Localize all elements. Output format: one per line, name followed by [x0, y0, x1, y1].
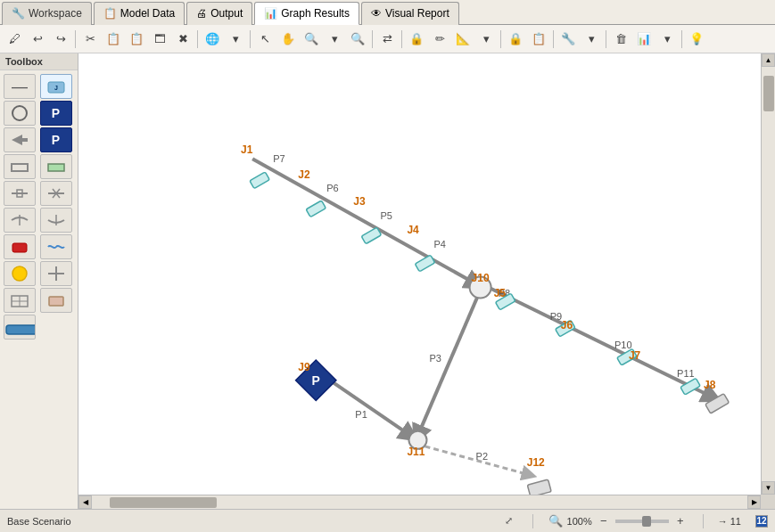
swap-button[interactable]: ⇄ [376, 29, 398, 50]
tool-wave[interactable] [40, 234, 72, 259]
tool-arrow[interactable] [4, 127, 36, 152]
dropdown1-button[interactable]: ▾ [225, 29, 246, 50]
tool-circle[interactable] [4, 101, 36, 126]
tab-output[interactable]: 🖨 Output [186, 2, 252, 25]
scroll-down-button[interactable]: ▼ [762, 481, 775, 495]
sep8 [606, 30, 606, 48]
zoom-button[interactable]: 🔍 [301, 29, 322, 50]
measure-dropdown-button[interactable]: ▾ [475, 29, 497, 50]
tool-valve2[interactable] [40, 181, 72, 206]
copy-button[interactable]: 📋 [103, 29, 124, 50]
zoom-in-button[interactable]: 🔍 [548, 513, 564, 529]
zoom-dropdown-button[interactable]: ▾ [324, 29, 345, 50]
model-data-label: Model Data [120, 7, 175, 20]
scroll-up-button[interactable]: ▲ [762, 53, 775, 67]
scroll-thumb-v[interactable] [763, 76, 774, 111]
svg-rect-5 [48, 164, 64, 171]
svg-text:J8: J8 [704, 379, 716, 391]
new-button[interactable]: 🖊 [4, 29, 25, 50]
workspace-icon: 🔧 [12, 7, 25, 20]
horizontal-scrollbar[interactable]: ◀ ▶ [78, 495, 761, 509]
tool-grid[interactable] [4, 288, 36, 313]
search-button[interactable]: 🔍 [347, 29, 368, 50]
tool-fitting1[interactable] [4, 208, 36, 233]
trash-button[interactable]: 🗑 [610, 29, 631, 50]
count2-box: 12 [755, 515, 768, 528]
pan-button[interactable]: ✋ [277, 29, 299, 50]
select-button[interactable]: ↖ [254, 29, 276, 50]
zoom-plus-button[interactable]: + [672, 513, 688, 529]
svg-text:J2: J2 [298, 168, 310, 181]
zoom-minus-button[interactable]: − [596, 513, 612, 529]
output-icon: 🖨 [196, 7, 207, 20]
tab-model-data[interactable]: 📋 Model Data [94, 2, 185, 25]
tool-rect1[interactable] [4, 154, 36, 179]
tool-diamond[interactable]: P [40, 127, 72, 152]
bulb-button[interactable]: 💡 [686, 29, 707, 50]
paste-button[interactable]: 📋 [126, 29, 147, 50]
visual-report-icon: 👁 [371, 7, 382, 20]
svg-text:P5: P5 [380, 210, 392, 221]
svg-text:J9: J9 [298, 361, 310, 373]
sep5 [401, 30, 402, 48]
status-div2 [703, 514, 704, 528]
tool-junction[interactable]: J [40, 74, 72, 99]
svg-rect-4 [12, 164, 28, 171]
tool-tray[interactable] [4, 315, 36, 340]
sep7 [553, 30, 554, 48]
toolbox: Toolbox — J P P [0, 53, 78, 509]
svg-rect-45 [680, 378, 700, 395]
tool-fitting2[interactable] [40, 208, 72, 233]
sep6 [500, 30, 501, 48]
lock-button[interactable]: 🔒 [406, 29, 427, 50]
vertical-scrollbar[interactable]: ▲ ▼ [761, 53, 775, 495]
measure-button[interactable]: 📐 [452, 29, 474, 50]
settings-dropdown-button[interactable]: ▾ [581, 29, 602, 50]
svg-text:J: J [54, 85, 58, 91]
chart-button[interactable]: 📊 [633, 29, 655, 50]
zoom-slider-thumb[interactable] [642, 516, 651, 527]
scroll-thumb-h[interactable] [110, 497, 217, 508]
tool-yellow[interactable] [4, 261, 36, 286]
tab-graph-results[interactable]: 📊 Graph Results [254, 2, 359, 25]
svg-line-23 [485, 286, 713, 397]
fit-button[interactable]: ⤢ [500, 512, 518, 530]
tab-visual-report[interactable]: 👁 Visual Report [361, 2, 459, 25]
delete-button[interactable]: ✖ [172, 29, 194, 50]
cut-button[interactable]: ✂ [79, 29, 101, 50]
model-data-icon: 📋 [103, 7, 117, 20]
svg-text:P1: P1 [355, 409, 367, 420]
tool-valve1[interactable] [4, 181, 36, 206]
tool-red[interactable] [4, 234, 36, 259]
scroll-track-v[interactable] [763, 67, 775, 481]
tab-workspace[interactable]: 🔧 Workspace [2, 2, 92, 25]
window-button[interactable]: 🗔 [149, 29, 170, 50]
globe-button[interactable]: 🌐 [202, 29, 223, 50]
lock2-button[interactable]: 🔒 [505, 29, 526, 50]
status-bar: Base Scenario ⤢ 🔍 100% − + → 11 12 [0, 509, 775, 532]
redo-button[interactable]: ↪ [50, 29, 71, 50]
toolbar: 🖊 ↩ ↪ ✂ 📋 📋 🗔 ✖ 🌐 ▾ ↖ ✋ 🔍 ▾ 🔍 ⇄ 🔒 ✏ 📐 ▾ … [0, 25, 775, 53]
visual-report-label: Visual Report [385, 7, 449, 20]
undo-button[interactable]: ↩ [27, 29, 48, 50]
scroll-track-h[interactable] [92, 496, 747, 509]
scroll-left-button[interactable]: ◀ [78, 495, 92, 509]
tool-pipe[interactable]: — [4, 74, 36, 99]
tool-cross[interactable] [40, 261, 72, 286]
svg-text:J10: J10 [472, 272, 490, 284]
canvas-area[interactable]: P7 P6 P5 P4 P8 P9 P10 P11 P3 P1 P2 [78, 53, 775, 509]
svg-marker-3 [12, 135, 28, 145]
tool-rect3[interactable] [40, 288, 72, 313]
zoom-slider[interactable] [615, 520, 669, 523]
chart-dropdown-button[interactable]: ▾ [656, 29, 678, 50]
main-layout: Toolbox — J P P [0, 53, 775, 509]
tab-bar: 🔧 Workspace 📋 Model Data 🖨 Output 📊 Grap… [0, 0, 775, 25]
scroll-right-button[interactable]: ▶ [747, 495, 761, 509]
edit-button[interactable]: ✏ [429, 29, 450, 50]
scroll-corner [761, 495, 775, 509]
clip-button[interactable]: 📋 [528, 29, 549, 50]
svg-line-25 [328, 380, 410, 436]
tool-pump[interactable]: P [40, 101, 72, 126]
tool-rect2[interactable] [40, 154, 72, 179]
settings-button[interactable]: 🔧 [557, 29, 579, 50]
